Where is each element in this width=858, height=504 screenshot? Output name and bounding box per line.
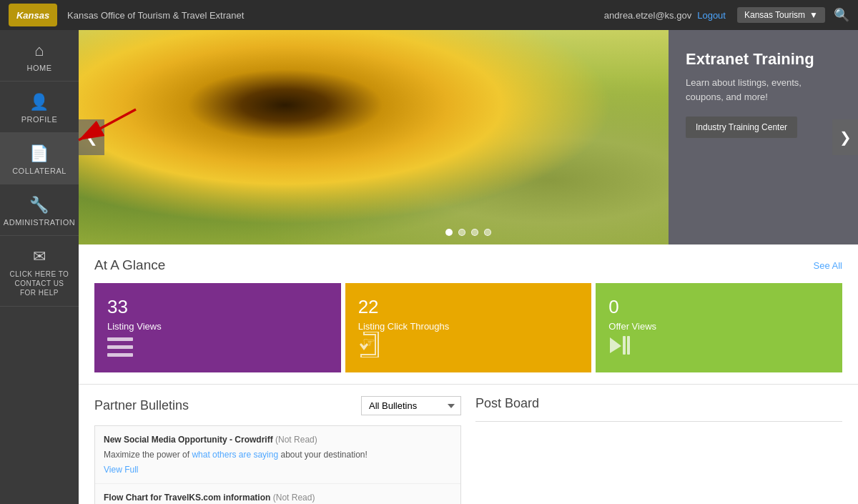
bulletins-filter-select[interactable]: All Bulletins Unread Read — [361, 396, 461, 415]
home-icon: ⌂ — [34, 41, 44, 60]
bottom-section: Partner Bulletins All Bulletins Unread R… — [79, 384, 858, 504]
sidebar-item-profile-label: PROFILE — [21, 115, 58, 124]
carousel-dots — [445, 229, 491, 236]
partner-bulletins-section: Partner Bulletins All Bulletins Unread R… — [94, 396, 461, 504]
contact-icon: ✉ — [33, 247, 46, 266]
main-content: Extranet Training Learn about listings, … — [79, 30, 858, 504]
bulletin-title-1: New Social Media Opportunity - Crowdriff… — [104, 433, 452, 446]
dropdown-label: Kansas Tourism — [744, 10, 805, 20]
listing-click-throughs-card: 22 Listing Click Throughs ☞ — [345, 283, 592, 372]
header: Kansas Kansas Office of Tourism & Travel… — [0, 0, 858, 30]
svg-rect-3 — [107, 345, 133, 349]
offer-views-card: 0 Offer Views — [596, 283, 842, 372]
bulletin-view-full-1[interactable]: View Full — [104, 465, 138, 475]
hero-carousel: Extranet Training Learn about listings, … — [79, 30, 858, 244]
listing-views-card: 33 Listing Views — [94, 283, 341, 372]
sidebar-item-profile[interactable]: 👤 PROFILE — [0, 81, 79, 133]
sidebar-item-collateral-label: COLLATERAL — [12, 167, 66, 175]
stats-grid: 33 Listing Views 22 Listing Click Throug… — [94, 283, 842, 372]
carousel-dot-4[interactable] — [484, 229, 491, 236]
bulletin-title-text-2: Flow Chart for TravelKS.com information — [104, 493, 270, 503]
carousel-info-title: Extranet Training — [686, 50, 841, 69]
site-logo: Kansas — [9, 4, 57, 26]
click-throughs-label: Listing Click Throughs — [358, 321, 579, 332]
offer-views-icon — [608, 333, 829, 362]
chevron-down-icon: ▼ — [809, 10, 818, 20]
carousel-image — [79, 30, 669, 244]
listing-views-icon — [107, 337, 328, 362]
click-throughs-icon: ☞ — [358, 332, 579, 362]
offer-views-number: 0 — [608, 296, 829, 318]
svg-rect-4 — [107, 353, 133, 357]
see-all-link[interactable]: See All — [814, 260, 842, 271]
site-title: Kansas Office of Tourism & Travel Extran… — [67, 10, 604, 21]
bulletin-unread-1: (Not Read) — [275, 435, 317, 445]
carousel-next-button[interactable]: ❯ — [832, 119, 858, 155]
partner-bulletins-header: Partner Bulletins All Bulletins Unread R… — [94, 396, 461, 415]
svg-rect-2 — [107, 337, 133, 341]
at-a-glance-section: At A Glance See All 33 Listing Views — [79, 244, 858, 384]
organization-dropdown[interactable]: Kansas Tourism ▼ — [737, 7, 825, 23]
carousel-dot-2[interactable] — [458, 229, 465, 236]
carousel-dot-3[interactable] — [471, 229, 478, 236]
sidebar-item-contact[interactable]: ✉ CLICK HERE TO CONTACT US FOR HELP — [0, 236, 79, 307]
click-throughs-number: 22 — [358, 296, 579, 318]
industry-training-button[interactable]: Industry Training Center — [686, 117, 797, 138]
listing-views-label: Listing Views — [107, 321, 328, 332]
sidebar-item-collateral[interactable]: 📄 COLLATERAL — [0, 133, 79, 184]
administration-icon: 🔧 — [29, 196, 49, 214]
post-board-divider — [475, 421, 842, 422]
bulletin-list: New Social Media Opportunity - Crowdriff… — [94, 425, 461, 504]
logout-link[interactable]: Logout — [697, 10, 726, 21]
carousel-info-desc: Learn about listings, events, coupons, a… — [686, 76, 841, 104]
bulletin-unread-2: (Not Read) — [273, 493, 315, 503]
sidebar-item-home[interactable]: ⌂ HOME — [0, 30, 79, 81]
sidebar-item-home-label: HOME — [27, 64, 52, 72]
partner-bulletins-title: Partner Bulletins — [94, 398, 189, 413]
svg-text:☞: ☞ — [363, 335, 375, 350]
bulletin-title-2: Flow Chart for TravelKS.com information … — [104, 491, 452, 504]
post-board-section: Post Board — [475, 396, 842, 504]
listing-views-number: 33 — [107, 296, 328, 318]
svg-rect-6 — [623, 336, 626, 355]
post-board-header: Post Board — [475, 396, 842, 411]
collateral-icon: 📄 — [29, 144, 49, 163]
at-a-glance-header: At A Glance See All — [94, 257, 842, 273]
post-board-title: Post Board — [475, 396, 539, 411]
sunflower-background — [79, 30, 669, 244]
at-a-glance-title: At A Glance — [94, 257, 165, 273]
sidebar-item-administration[interactable]: 🔧 ADMINISTRATION — [0, 184, 79, 236]
offer-views-label: Offer Views — [608, 321, 829, 332]
bulletin-desc-1: Maximize the power of what others are sa… — [104, 448, 452, 461]
bulletin-desc-link-1[interactable]: what others are saying — [192, 450, 278, 460]
bulletin-item-2: Flow Chart for TravelKS.com information … — [95, 484, 460, 504]
sidebar-item-contact-label: CLICK HERE TO CONTACT US FOR HELP — [6, 270, 73, 297]
bulletin-item-1: New Social Media Opportunity - Crowdriff… — [95, 426, 460, 484]
user-email: andrea.etzel@ks.gov — [604, 10, 691, 21]
sidebar: ⌂ HOME 👤 PROFILE 📄 COLLATERAL 🔧 ADMINIST… — [0, 30, 79, 504]
logo-text: Kansas — [16, 10, 49, 21]
profile-icon: 👤 — [29, 93, 49, 112]
carousel-info-panel: Extranet Training Learn about listings, … — [669, 30, 858, 244]
sidebar-item-admin-label: ADMINISTRATION — [4, 218, 75, 227]
svg-rect-7 — [627, 336, 630, 355]
main-layout: ⌂ HOME 👤 PROFILE 📄 COLLATERAL 🔧 ADMINIST… — [0, 30, 858, 504]
search-icon[interactable]: 🔍 — [834, 7, 849, 23]
carousel-dot-1[interactable] — [445, 229, 453, 236]
bulletin-title-text-1: New Social Media Opportunity - Crowdriff — [104, 435, 273, 445]
carousel-prev-button[interactable]: ❮ — [79, 119, 104, 155]
